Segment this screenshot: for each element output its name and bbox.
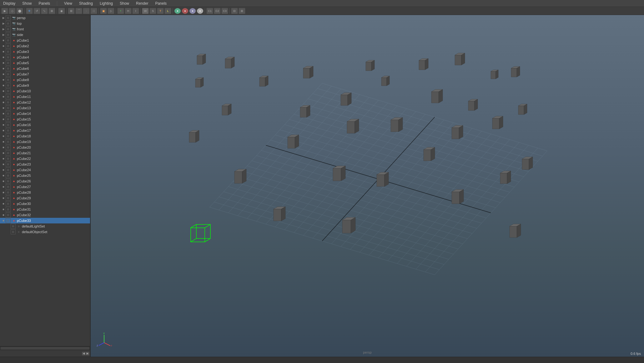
- outliner-item-pCube30[interactable]: ■ ⊞ 🔺 pCube30: [0, 201, 90, 207]
- row-grid-icon: ⊞: [11, 224, 16, 229]
- smooth-btn[interactable]: S: [149, 8, 156, 14]
- rotate-tool-btn[interactable]: ↺: [33, 8, 40, 14]
- menu-shading[interactable]: Shading: [78, 1, 94, 6]
- outliner-item-front[interactable]: ▶ ⊞ 📷 front: [0, 26, 90, 32]
- texture-btn[interactable]: T: [157, 8, 164, 14]
- outliner-item-pCube28[interactable]: ■ ⊞ 🔺 pCube28: [0, 190, 90, 195]
- scroll-left-btn[interactable]: ◀: [82, 352, 86, 355]
- outliner-item-pCube26[interactable]: ■ ⊞ 🔺 pCube26: [0, 178, 90, 184]
- outliner-item-pCube14[interactable]: ■ ⊞ 🔺 pCube14: [0, 111, 90, 116]
- outliner-item-persp[interactable]: ▶ ⊞ 📷 persp: [0, 15, 90, 21]
- extra1-btn[interactable]: ⊟: [231, 8, 238, 14]
- extra2-btn[interactable]: ⊞: [239, 8, 245, 14]
- row-grid-icon: ⊞: [6, 179, 11, 184]
- outliner-item-pCube11[interactable]: ■ ⊞ 🔺 pCube11: [0, 94, 90, 100]
- snap-curve-btn[interactable]: ⌒: [75, 8, 82, 14]
- row-grid-icon: ⊞: [6, 15, 11, 20]
- hide-sel-btn[interactable]: H: [125, 8, 132, 14]
- outliner-item-pCube16[interactable]: ■ ⊞ 🔺 pCube16: [0, 122, 90, 128]
- outliner-item-pCube4[interactable]: ■ ⊞ 🔺 pCube4: [0, 54, 90, 60]
- outliner-item-defaultObjectSet[interactable]: ⊞ ○ defaultObjectSet: [0, 229, 90, 235]
- item-type-icon: 🔺: [11, 163, 16, 166]
- scroll-right-btn[interactable]: ▶: [86, 352, 89, 355]
- outliner-item-pCube9[interactable]: ■ ⊞ 🔺 pCube9: [0, 83, 90, 88]
- outliner-item-pCube25[interactable]: ■ ⊞ 🔺 pCube25: [0, 173, 90, 178]
- soft-select-btn[interactable]: ◉: [58, 8, 65, 14]
- outliner-item-pCube8[interactable]: ■ ⊞ 🔺 pCube8: [0, 77, 90, 83]
- show-manipulator-btn[interactable]: +: [117, 8, 124, 14]
- outliner-item-pCube22[interactable]: ■ ⊞ 🔺 pCube22: [0, 156, 90, 161]
- outliner-item-side[interactable]: ▶ ⊞ 📷 side: [0, 32, 90, 38]
- outliner-item-pCube29[interactable]: ■ ⊞ 🔺 pCube29: [0, 195, 90, 201]
- menu-show2[interactable]: Show: [118, 1, 130, 6]
- row-grid-icon: ⊞: [6, 77, 11, 82]
- item-label: pCube28: [17, 191, 31, 194]
- cam2-btn[interactable]: C2: [214, 8, 221, 14]
- menu-view[interactable]: View: [63, 1, 73, 6]
- outliner-item-pCube5[interactable]: ■ ⊞ 🔺 pCube5: [0, 60, 90, 66]
- outliner-item-pCube1[interactable]: ■ ⊞ 🔺 pCube1: [0, 38, 90, 43]
- isolate-btn[interactable]: I: [132, 8, 139, 14]
- render-btn[interactable]: ▣: [100, 8, 107, 14]
- outliner-item-pCube31[interactable]: ■ ⊞ 🔺 pCube31: [0, 207, 90, 212]
- select-tool-btn[interactable]: ▶: [1, 8, 8, 14]
- outliner-item-pCube20[interactable]: ■ ⊞ 🔺 pCube20: [0, 145, 90, 150]
- row-grid-icon: ⊞: [6, 55, 11, 60]
- outliner-item-pCube13[interactable]: ■ ⊞ 🔺 pCube13: [0, 105, 90, 111]
- scale-tool-btn[interactable]: ⤡: [41, 8, 48, 14]
- lasso-tool-btn[interactable]: ◇: [9, 8, 16, 14]
- outliner-item-pCube6[interactable]: ■ ⊞ 🔺 pCube6: [0, 66, 90, 71]
- ipr-btn[interactable]: ▷: [108, 8, 114, 14]
- outliner-item-pCube15[interactable]: ■ ⊞ 🔺 pCube15: [0, 116, 90, 122]
- outliner-item-pCube18[interactable]: ■ ⊞ 🔺 pCube18: [0, 133, 90, 139]
- snap-point-btn[interactable]: ·: [83, 8, 90, 14]
- aa2-btn[interactable]: ●: [182, 8, 189, 14]
- item-type-icon: 🔺: [11, 197, 16, 200]
- item-type-icon: 🔺: [11, 78, 16, 81]
- menu-show[interactable]: Show: [21, 1, 33, 6]
- menu-panels[interactable]: Panels: [37, 1, 51, 6]
- outliner-item-pCube17[interactable]: ■ ⊞ 🔺 pCube17: [0, 128, 90, 133]
- expand-icon: ■: [1, 129, 6, 132]
- outliner-list[interactable]: ▶ ⊞ 📷 persp ▶ ⊞ 📷 top ▶ ⊞ 📷 front ▶ ⊞ 📷 …: [0, 15, 90, 346]
- menu-panels2[interactable]: Panels: [154, 1, 168, 6]
- menu-render[interactable]: Render: [135, 1, 149, 6]
- toolbar-sep8: [205, 8, 205, 14]
- aa4-btn[interactable]: ●: [197, 8, 204, 14]
- menu-lighting[interactable]: Lighting: [98, 1, 114, 6]
- item-label: pCube26: [17, 179, 31, 183]
- expand-icon: ■: [1, 180, 6, 183]
- outliner-item-pCube33[interactable]: ■ ⊞ 🔺 pCube33: [0, 218, 90, 223]
- item-label: pCube27: [17, 185, 31, 189]
- row-grid-icon: ⊞: [6, 184, 11, 189]
- wire-btn[interactable]: W: [142, 8, 149, 14]
- aa3-btn[interactable]: ●: [189, 8, 196, 14]
- outliner-item-defaultLightSet[interactable]: ⊞ ○ defaultLightSet: [0, 223, 90, 229]
- outliner-item-pCube19[interactable]: ■ ⊞ 🔺 pCube19: [0, 139, 90, 145]
- viewport-3d[interactable]: X Y Z 0.6 fps persp: [91, 15, 644, 357]
- outliner-item-pCube7[interactable]: ■ ⊞ 🔺 pCube7: [0, 71, 90, 77]
- snap-grid-btn[interactable]: ⊞: [68, 8, 75, 14]
- aa1-btn[interactable]: ●: [174, 8, 181, 14]
- outliner-item-pCube27[interactable]: ■ ⊞ 🔺 pCube27: [0, 184, 90, 190]
- outliner-item-pCube2[interactable]: ■ ⊞ 🔺 pCube2: [0, 43, 90, 49]
- outliner-item-pCube3[interactable]: ■ ⊞ 🔺 pCube3: [0, 49, 90, 54]
- move-tool-btn[interactable]: ✛: [26, 8, 33, 14]
- light-btn[interactable]: L: [164, 8, 171, 14]
- outliner-item-pCube32[interactable]: ■ ⊞ 🔺 pCube32: [0, 212, 90, 218]
- outliner-item-pCube24[interactable]: ■ ⊞ 🔺 pCube24: [0, 167, 90, 173]
- universal-manip-btn[interactable]: ⊞: [48, 8, 55, 14]
- outliner-item-pCube21[interactable]: ■ ⊞ 🔺 pCube21: [0, 150, 90, 156]
- snap-view-btn[interactable]: □: [90, 8, 97, 14]
- item-label: pCube31: [17, 207, 31, 211]
- outliner-item-pCube23[interactable]: ■ ⊞ 🔺 pCube23: [0, 161, 90, 167]
- outliner-item-pCube12[interactable]: ■ ⊞ 🔺 pCube12: [0, 100, 90, 105]
- outliner-item-pCube10[interactable]: ■ ⊞ 🔺 pCube10: [0, 88, 90, 94]
- paint-select-btn[interactable]: ⬤: [16, 8, 23, 14]
- item-type-icon: 📷: [11, 16, 16, 19]
- cam1-btn[interactable]: C1: [206, 8, 213, 14]
- menu-display[interactable]: Display: [2, 1, 17, 6]
- sidebar-hscroll[interactable]: [0, 346, 90, 350]
- cam3-btn[interactable]: C3: [221, 8, 228, 14]
- outliner-item-top[interactable]: ▶ ⊞ 📷 top: [0, 21, 90, 26]
